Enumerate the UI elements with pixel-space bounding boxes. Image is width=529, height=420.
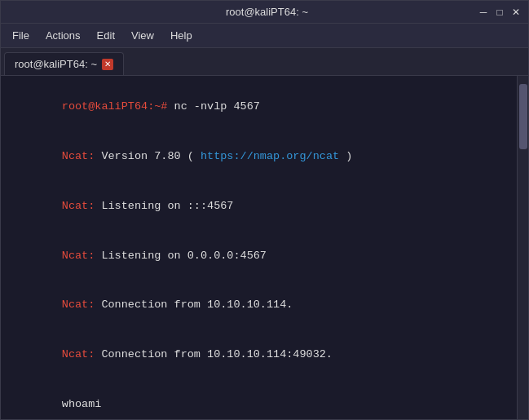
terminal-line-2: Ncat: Version 7.80 ( https://nmap.org/nc…: [9, 132, 509, 182]
terminal-output[interactable]: root@kaliPT64:~# nc -nvlp 4567 Ncat: Ver…: [1, 76, 517, 419]
terminal-line-1: root@kaliPT64:~# nc -nvlp 4567: [9, 82, 509, 132]
title-bar: root@kaliPT64: ~ ─ □ ✕: [1, 1, 528, 24]
tab-bar: root@kaliPT64: ~ ✕: [1, 48, 528, 76]
tab-label: root@kaliPT64: ~: [15, 58, 97, 70]
command-text: nc -nvlp 4567: [174, 100, 260, 113]
menu-edit[interactable]: Edit: [89, 26, 123, 45]
terminal-window: root@kaliPT64: ~ ─ □ ✕ File Actions Edit…: [0, 0, 529, 420]
menu-file[interactable]: File: [4, 26, 37, 45]
menu-bar: File Actions Edit View Help: [1, 24, 528, 48]
terminal-line-7: whoami: [9, 380, 509, 420]
window-controls: ─ □ ✕: [478, 7, 522, 18]
menu-actions[interactable]: Actions: [37, 26, 89, 45]
terminal-line-4: Ncat: Listening on 0.0.0.0:4567: [9, 231, 509, 281]
scrollbar-thumb[interactable]: [519, 84, 527, 149]
terminal-line-5: Ncat: Connection from 10.10.10.114.: [9, 281, 509, 330]
maximize-button[interactable]: □: [494, 7, 505, 18]
window-title: root@kaliPT64: ~: [56, 6, 478, 18]
menu-view[interactable]: View: [123, 26, 162, 45]
scrollbar[interactable]: [517, 76, 528, 419]
prompt-text: root@kaliPT64:~#: [62, 100, 174, 113]
close-button[interactable]: ✕: [510, 7, 522, 18]
minimize-button[interactable]: ─: [478, 7, 489, 18]
terminal-line-3: Ncat: Listening on :::4567: [9, 182, 509, 232]
terminal-tab[interactable]: root@kaliPT64: ~ ✕: [4, 52, 124, 75]
menu-help[interactable]: Help: [162, 26, 201, 45]
tab-close-button[interactable]: ✕: [102, 59, 113, 70]
terminal-wrapper: root@kaliPT64:~# nc -nvlp 4567 Ncat: Ver…: [1, 76, 528, 419]
terminal-line-6: Ncat: Connection from 10.10.10.114:49032…: [9, 330, 509, 380]
